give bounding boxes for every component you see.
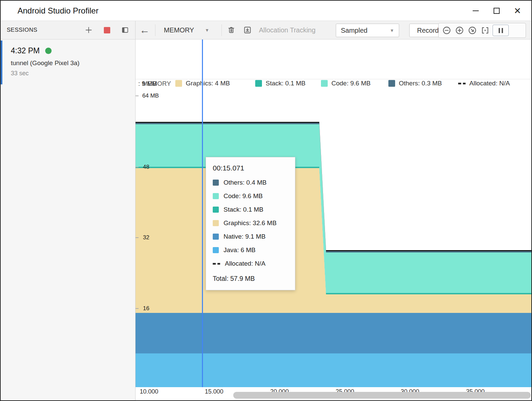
legend-swatch-graphics (175, 80, 182, 87)
x-axis-label: 10.000 (140, 388, 158, 395)
heap-dump-icon (243, 26, 252, 34)
legend-item-stack: Stack: 0.1 MB (255, 80, 305, 87)
session-live-dot (45, 48, 52, 54)
tooltip-label: Allocated: N/A (225, 260, 265, 267)
tooltip-swatch-native (213, 234, 219, 240)
tooltip-swatch-others (213, 180, 219, 186)
minus-circle-icon (442, 26, 451, 35)
body: 4:32 PM tunnel (Google Pixel 3a) 33 sec … (1, 39, 531, 401)
toolbar-separator (155, 24, 155, 36)
reset-zoom-button[interactable] (467, 25, 478, 36)
pause-live-button[interactable] (493, 25, 509, 36)
legend-clipped-item: : 9 MB (138, 80, 157, 87)
tooltip-row-java: Java: 6 MB (213, 246, 288, 254)
tooltip-swatch-graphics (213, 220, 219, 226)
titlebar: Android Studio Profiler ✕ (1, 1, 531, 21)
minimize-button[interactable] (465, 1, 486, 21)
tooltip-label: Others: 0.4 MB (224, 179, 267, 186)
tooltip-label: Graphics: 32.6 MB (224, 219, 276, 227)
chevron-down-icon: ▼ (205, 28, 209, 33)
legend-label: Allocated: N/A (469, 80, 510, 87)
allocation-tracking-label: Allocation Tracking (259, 26, 316, 34)
plus-icon (85, 26, 93, 34)
delete-session-button[interactable] (226, 25, 237, 35)
y-axis-label: 48 (143, 164, 149, 170)
tooltip-swatch-code (213, 193, 219, 199)
plus-circle-icon (455, 26, 464, 35)
profiler-window: Android Studio Profiler ✕ SESSIONS (0, 0, 532, 401)
legend-swatch-others (388, 80, 395, 87)
add-session-button[interactable] (83, 25, 94, 35)
stop-session-button[interactable] (101, 25, 112, 35)
frame-selection-button[interactable] (480, 25, 491, 36)
tooltip-label: Code: 9.6 MB (224, 192, 263, 200)
legend-separator (136, 79, 531, 79)
y-axis-label: 16 (143, 305, 149, 312)
y-tick (136, 96, 139, 96)
toolbar-separator (221, 24, 222, 36)
toolbar-row: SESSIONS ← MEMORY ▼ (1, 21, 531, 39)
pause-icon (499, 28, 500, 33)
tooltip-row-stack: Stack: 0.1 MB (213, 206, 288, 213)
chevron-down-icon: ▼ (390, 28, 394, 33)
sampling-mode-select[interactable]: Sampled ▼ (336, 24, 399, 37)
tooltip-row-graphics: Graphics: 32.6 MB (213, 219, 288, 227)
pause-icon (502, 28, 503, 33)
tooltip-time: 00:15.071 (213, 164, 288, 172)
tooltip-total: Total: 57.9 MB (213, 275, 288, 283)
horizontal-scrollbar[interactable] (233, 392, 531, 399)
sessions-panel-header: SESSIONS (1, 21, 136, 39)
timeline-selection-line[interactable] (202, 39, 203, 387)
session-list-item[interactable]: 4:32 PM tunnel (Google Pixel 3a) 33 sec (1, 39, 135, 87)
chart-band-native (136, 313, 531, 353)
capture-heap-dump-button[interactable] (242, 25, 253, 35)
tooltip-swatch-java (213, 247, 219, 253)
back-button[interactable]: ← (140, 24, 150, 36)
y-axis-label: 32 (143, 234, 149, 241)
trash-icon (227, 26, 236, 34)
legend-label: Code: 9.6 MB (331, 80, 371, 87)
chart-tooltip: 00:15.071 Others: 0.4 MB Code: 9.6 MB St… (206, 157, 295, 290)
window-controls: ✕ (465, 1, 528, 21)
session-time: 4:32 PM (11, 46, 40, 55)
tooltip-label: Java: 6 MB (224, 246, 256, 254)
close-button[interactable]: ✕ (507, 1, 528, 21)
sessions-panel: 4:32 PM tunnel (Google Pixel 3a) 33 sec (1, 39, 136, 401)
legend-swatch-code (321, 80, 328, 87)
tooltip-swatch-allocated (213, 263, 220, 265)
legend-item-code: Code: 9.6 MB (321, 80, 371, 87)
tooltip-label: Stack: 0.1 MB (224, 206, 263, 213)
tooltip-row-native: Native: 9.1 MB (213, 233, 288, 240)
collapse-panel-button[interactable] (120, 25, 130, 35)
panel-icon (121, 26, 129, 34)
tooltip-row-allocated: Allocated: N/A (213, 260, 288, 267)
legend-label: Graphics: 4 MB (186, 80, 230, 87)
legend-swatch-stack (255, 80, 262, 87)
tooltip-row-others: Others: 0.4 MB (213, 179, 288, 186)
stage-dropdown[interactable]: MEMORY ▼ (160, 21, 213, 39)
sessions-actions (83, 21, 130, 39)
maximize-icon (494, 8, 500, 14)
legend-swatch-allocated (458, 83, 466, 84)
x-axis-label: 15.000 (205, 388, 223, 395)
profiler-toolbar: ← MEMORY ▼ Allocation Tracking Sampled ▼… (136, 21, 531, 39)
zoom-out-button[interactable] (441, 25, 452, 36)
tooltip-label: Native: 9.1 MB (224, 233, 266, 240)
zoom-to-fit-icon (468, 26, 477, 35)
sessions-title: SESSIONS (7, 27, 37, 33)
record-button-label: Record (417, 27, 439, 34)
stop-icon (104, 27, 110, 33)
memory-chart-region[interactable]: MEMORY : 9 MB Graphics: 4 MB Stack: 0.1 … (136, 39, 531, 401)
zoom-in-button[interactable] (454, 25, 465, 36)
y-tick (136, 167, 139, 167)
window-title: Android Studio Profiler (18, 1, 98, 21)
selected-session-indicator (1, 41, 2, 84)
session-time-row: 4:32 PM (11, 46, 135, 55)
maximize-button[interactable] (486, 1, 507, 21)
close-icon: ✕ (514, 6, 521, 15)
chart-band-java (136, 353, 531, 387)
stage-dropdown-label: MEMORY (164, 26, 194, 34)
legend-label: Stack: 0.1 MB (266, 80, 305, 87)
legend-item-others: Others: 0.3 MB (388, 80, 442, 87)
legend-item-allocated: Allocated: N/A (458, 80, 510, 87)
